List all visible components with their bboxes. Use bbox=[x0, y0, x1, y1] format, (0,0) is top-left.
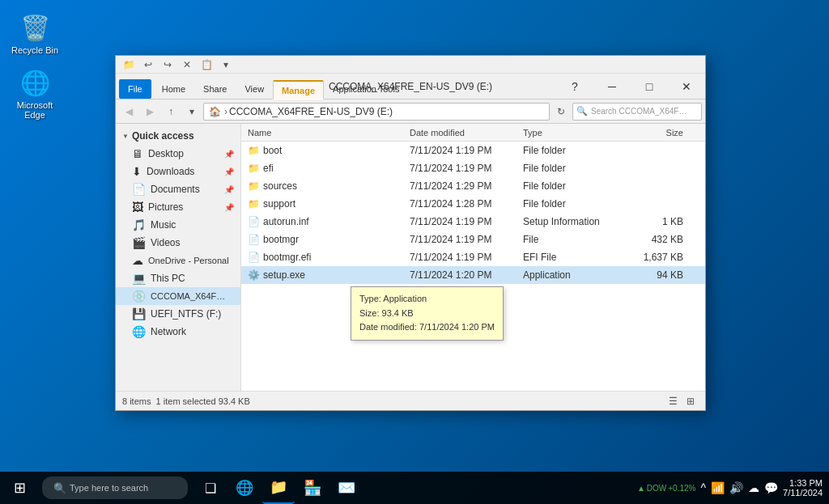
table-row[interactable]: 📄autorun.inf 7/11/2024 1:19 PM Setup Inf… bbox=[241, 213, 705, 231]
desktop-icon-recycle-bin[interactable]: 🗑️ Recycle Bin bbox=[6, 10, 63, 58]
file-icon: 📄 bbox=[248, 216, 260, 227]
stock-widget[interactable]: ▲ DOW +0.12% bbox=[637, 484, 696, 493]
status-bar: 8 items 1 item selected 93.4 KB ☰ ⊞ bbox=[116, 391, 705, 410]
table-row[interactable]: 📄bootmgr 7/11/2024 1:19 PM File 432 KB bbox=[241, 231, 705, 248]
up-button[interactable]: ↑ bbox=[161, 102, 181, 121]
search-bar[interactable]: 🔍 Search CCCOMA_X64FRE_EN-... bbox=[572, 103, 702, 121]
col-name-header[interactable]: Name bbox=[244, 128, 406, 138]
home-icon: 🏠 bbox=[209, 106, 221, 117]
sidebar-item-uefi[interactable]: 💾 UEFI_NTFS (F:) bbox=[116, 305, 240, 323]
file-name-cell: 📁sources bbox=[244, 180, 406, 192]
table-row[interactable]: ⚙️setup.exe 7/11/2024 1:20 PM Applicatio… bbox=[241, 266, 705, 284]
address-bar[interactable]: 🏠 › CCCOMA_X64FRE_EN-US_DV9 (E:) bbox=[203, 103, 550, 121]
quick-access-arrow: ▼ bbox=[122, 133, 129, 140]
uefi-item-icon: 💾 bbox=[132, 307, 146, 320]
qa-undo-icon[interactable]: ↩ bbox=[140, 57, 156, 73]
recycle-bin-label: Recycle Bin bbox=[11, 45, 58, 55]
status-view-buttons: ☰ ⊞ bbox=[665, 393, 699, 409]
sidebar-item-desktop[interactable]: 🖥 Desktop 📌 bbox=[116, 145, 240, 163]
file-icon: 📁 bbox=[248, 145, 260, 156]
col-size-header[interactable]: Size bbox=[625, 128, 690, 138]
videos-item-icon: 🎬 bbox=[132, 236, 146, 249]
col-type-header[interactable]: Type bbox=[520, 128, 625, 138]
recycle-bin-icon: 🗑️ bbox=[20, 13, 49, 42]
store-taskbar-icon: 🏪 bbox=[304, 479, 321, 497]
sidebar-item-onedrive[interactable]: ☁ OneDrive - Personal bbox=[116, 252, 240, 269]
refresh-button[interactable]: ↻ bbox=[551, 102, 571, 121]
file-date-cell: 7/11/2024 1:19 PM bbox=[406, 163, 520, 174]
large-icons-view-button[interactable]: ⊞ bbox=[682, 393, 699, 409]
desktop-icon-edge[interactable]: 🌐 Microsoft Edge bbox=[6, 65, 63, 123]
file-name-cell: 📁support bbox=[244, 198, 406, 210]
file-explorer-taskbar-icon: 📁 bbox=[270, 478, 287, 496]
file-type-cell: File bbox=[520, 234, 625, 245]
taskbar-clock[interactable]: 1:33 PM 7/11/2024 bbox=[783, 478, 823, 498]
taskbar-search[interactable]: 🔍 Type here to search bbox=[42, 476, 188, 499]
sidebar-item-videos[interactable]: 🎬 Videos bbox=[116, 234, 240, 252]
minimize-button[interactable]: ─ bbox=[593, 74, 631, 100]
back-button[interactable]: ◀ bbox=[119, 102, 138, 121]
tab-share[interactable]: Share bbox=[194, 79, 236, 99]
explorer-window: 📁 ↩ ↪ ✕ 📋 ▾ File Home Share View bbox=[115, 55, 706, 411]
sidebar-item-pictures[interactable]: 🖼 Pictures 📌 bbox=[116, 198, 240, 216]
start-button[interactable]: ⊞ bbox=[0, 472, 39, 504]
taskbar-edge[interactable]: 🌐 bbox=[228, 472, 261, 504]
file-icon: 📄 bbox=[248, 252, 260, 263]
details-view-button[interactable]: ☰ bbox=[665, 393, 681, 409]
file-date-cell: 7/11/2024 1:29 PM bbox=[406, 180, 520, 192]
taskbar-store[interactable]: 🏪 bbox=[296, 472, 329, 504]
recent-locations-button[interactable]: ▾ bbox=[182, 102, 202, 121]
table-row[interactable]: 📁sources 7/11/2024 1:29 PM File folder bbox=[241, 177, 705, 195]
chevron-up-icon[interactable]: ^ bbox=[700, 481, 706, 494]
taskbar-task-view[interactable]: ❑ bbox=[194, 472, 227, 504]
taskbar: ⊞ 🔍 Type here to search ❑ 🌐 📁 🏪 ✉️ bbox=[0, 472, 829, 504]
maximize-button[interactable]: □ bbox=[631, 74, 668, 100]
qa-delete-icon[interactable]: ✕ bbox=[179, 57, 195, 73]
taskbar-file-explorer[interactable]: 📁 bbox=[262, 472, 295, 504]
sound-icon[interactable]: 🔊 bbox=[729, 481, 743, 494]
file-icon: ⚙️ bbox=[248, 269, 260, 281]
qa-dropdown-icon[interactable]: ▾ bbox=[218, 57, 234, 73]
qa-properties-icon[interactable]: 📋 bbox=[198, 57, 215, 73]
sidebar-quick-access-header[interactable]: ▼ Quick access bbox=[116, 127, 240, 145]
onedrive-item-icon: ☁ bbox=[132, 254, 143, 267]
table-row[interactable]: 📁boot 7/11/2024 1:19 PM File folder bbox=[241, 142, 705, 159]
tab-manage[interactable]: Manage bbox=[273, 80, 324, 100]
sidebar-item-music[interactable]: 🎵 Music bbox=[116, 216, 240, 234]
wifi-icon[interactable]: 📶 bbox=[711, 481, 725, 494]
tab-view[interactable]: View bbox=[236, 79, 273, 99]
file-type-cell: File folder bbox=[520, 198, 625, 210]
forward-button[interactable]: ▶ bbox=[140, 102, 159, 121]
file-type-cell: Application bbox=[520, 269, 625, 281]
taskbar-mail[interactable]: ✉️ bbox=[330, 472, 363, 504]
search-icon: 🔍 bbox=[576, 106, 588, 116]
sidebar-item-downloads[interactable]: ⬇ Downloads 📌 bbox=[116, 163, 240, 180]
file-date-cell: 7/11/2024 1:28 PM bbox=[406, 198, 520, 210]
help-button[interactable]: ? bbox=[556, 74, 593, 100]
close-button[interactable]: ✕ bbox=[668, 74, 705, 100]
system-tray: ▲ DOW +0.12% ^ 📶 🔊 ☁ 💬 1:33 PM 7/11/2024 bbox=[637, 478, 829, 498]
sidebar-item-cccoma[interactable]: 💿 CCCOMA_X64FRE_EN bbox=[116, 287, 240, 305]
file-icon: 📁 bbox=[248, 198, 260, 210]
task-view-icon: ❑ bbox=[205, 481, 216, 496]
onedrive-tray-icon[interactable]: ☁ bbox=[748, 481, 759, 494]
qa-redo-icon[interactable]: ↪ bbox=[159, 57, 176, 73]
sidebar-item-documents[interactable]: 📄 Documents 📌 bbox=[116, 180, 240, 198]
sidebar-item-network[interactable]: 🌐 Network bbox=[116, 323, 240, 341]
file-name-cell: 📄bootmgr bbox=[244, 234, 406, 245]
file-size-cell: 1 KB bbox=[625, 216, 690, 227]
taskbar-app-icons: ❑ 🌐 📁 🏪 ✉️ bbox=[194, 472, 363, 504]
col-date-header[interactable]: Date modified bbox=[406, 128, 520, 138]
file-date-cell: 7/11/2024 1:19 PM bbox=[406, 145, 520, 156]
table-row[interactable]: 📄bootmgr.efi 7/11/2024 1:19 PM EFI File … bbox=[241, 248, 705, 266]
tab-home[interactable]: Home bbox=[153, 79, 194, 99]
sidebar-item-this-pc[interactable]: 💻 This PC bbox=[116, 269, 240, 287]
file-date-cell: 7/11/2024 1:20 PM bbox=[406, 269, 520, 281]
action-center-icon[interactable]: 💬 bbox=[764, 481, 778, 494]
qa-folder-icon[interactable]: 📁 bbox=[121, 57, 137, 73]
network-item-icon: 🌐 bbox=[132, 325, 146, 338]
tab-file[interactable]: File bbox=[119, 79, 151, 99]
table-row[interactable]: 📁efi 7/11/2024 1:19 PM File folder bbox=[241, 159, 705, 177]
quick-access-toolbar: 📁 ↩ ↪ ✕ 📋 ▾ bbox=[116, 56, 705, 74]
table-row[interactable]: 📁support 7/11/2024 1:28 PM File folder bbox=[241, 195, 705, 213]
